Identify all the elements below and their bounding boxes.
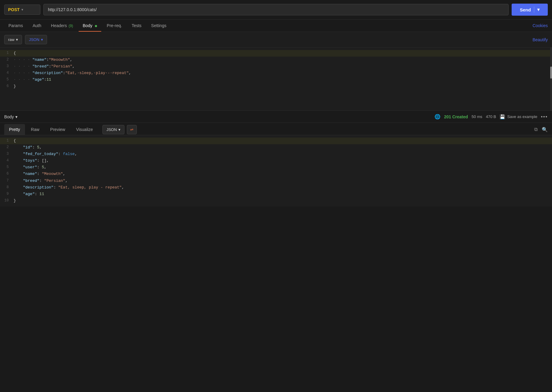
request-body-editor[interactable]: 1 { 2 · · · · "name":"Meoowth", 3 · · · …	[0, 48, 552, 111]
response-body-label[interactable]: Body ▾	[4, 114, 17, 119]
line-content-4: · · · · "description":"Eat,·sleep,·play·…	[14, 70, 552, 76]
resp-content-9: "age": 11	[14, 191, 552, 198]
line-content-1: {	[14, 50, 552, 57]
more-options-button[interactable]: •••	[541, 114, 548, 120]
method-chevron-icon: ▾	[21, 8, 23, 12]
save-example-button[interactable]: 💾 Save as example	[500, 114, 537, 120]
resp-num-3: 3	[0, 151, 14, 157]
line-num-6: 6	[0, 83, 14, 89]
request-line-2: 2 · · · · "name":"Meoowth",	[0, 57, 552, 63]
resp-line-9: 9 "age": 11	[0, 191, 552, 198]
line-num-4: 4	[0, 70, 14, 76]
resp-tab-visualize[interactable]: Visualize	[71, 124, 98, 135]
line-content-3: · · · · "breed":"Persian",	[14, 63, 552, 70]
resp-line-4: 4 "toys": [],	[0, 157, 552, 164]
search-button[interactable]: 🔍	[542, 127, 548, 132]
method-label: POST	[8, 7, 20, 12]
resp-tab-raw[interactable]: Raw	[26, 124, 44, 135]
send-divider	[534, 7, 534, 13]
json-type-dropdown[interactable]: JSON ▾	[25, 35, 47, 44]
response-body: 1 { 2 "id": 5, 3 "fed_for_today": false,…	[0, 135, 552, 207]
request-line-1: 1 {	[0, 50, 552, 57]
resp-content-2: "id": 5,	[14, 144, 552, 151]
request-line-4: 4 · · · · "description":"Eat,·sleep,·pla…	[0, 70, 552, 76]
url-input[interactable]	[43, 4, 509, 15]
body-dropdown-chevron: ▾	[15, 114, 17, 119]
resp-num-7: 7	[0, 178, 14, 184]
resp-line-5: 5 "user": 5,	[0, 164, 552, 171]
line-num-2: 2	[0, 57, 14, 63]
resp-line-8: 8 "description": "Eat, sleep, play - rep…	[0, 184, 552, 191]
cookies-button[interactable]: Cookies	[532, 23, 548, 28]
line-num-5: 5	[0, 76, 14, 82]
tab-headers[interactable]: Headers (9)	[47, 20, 77, 32]
request-line-6: 6 }	[0, 83, 552, 90]
response-bar: Body ▾ 🌐 201 Created 50 ms 470 B 💾 Save …	[0, 111, 552, 123]
send-button[interactable]: Send ▾	[512, 4, 548, 16]
resp-content-7: "breed": "Persian",	[14, 178, 552, 184]
resp-content-3: "fed_for_today": false,	[14, 151, 552, 157]
resp-num-6: 6	[0, 171, 14, 177]
status-badge: 201 Created	[444, 114, 468, 119]
copy-button[interactable]: ⧉	[534, 127, 538, 132]
line-content-6: }	[14, 83, 552, 90]
request-line-5: 5 · · · · "age":11	[0, 76, 552, 83]
resp-line-6: 6 "name": "Meoowth",	[0, 171, 552, 177]
resp-line-1: 1 {	[0, 138, 552, 144]
response-format-label: JSON	[106, 127, 117, 132]
resp-num-2: 2	[0, 144, 14, 150]
send-chevron-icon: ▾	[537, 7, 540, 12]
resp-tab-preview[interactable]: Preview	[45, 124, 70, 135]
headers-badge: (9)	[69, 24, 73, 28]
line-content-5: · · · · "age":11	[14, 76, 552, 83]
tab-settings[interactable]: Settings	[147, 20, 171, 32]
line-content-2: · · · · "name":"Meoowth",	[14, 57, 552, 63]
request-tabs: Params Auth Headers (9) Body Pre-req. Te…	[0, 20, 552, 32]
globe-icon: 🌐	[434, 114, 441, 120]
resp-content-1: {	[14, 138, 552, 144]
resp-line-7: 7 "breed": "Persian",	[0, 178, 552, 184]
line-num-1: 1	[0, 50, 14, 56]
tab-params[interactable]: Params	[4, 20, 27, 32]
editor-scrollbar[interactable]	[550, 48, 552, 110]
format-chevron-icon: ▾	[118, 127, 121, 132]
resp-content-8: "description": "Eat, sleep, play - repea…	[14, 184, 552, 191]
resp-line-2: 2 "id": 5,	[0, 144, 552, 151]
resp-line-10: 10 }	[0, 198, 552, 204]
resp-line-3: 3 "fed_for_today": false,	[0, 151, 552, 157]
request-line-3: 3 · · · · "breed":"Persian",	[0, 63, 552, 70]
json-chevron-icon: ▾	[41, 37, 43, 42]
json-label: JSON	[29, 37, 39, 42]
response-format-dropdown[interactable]: JSON ▾	[102, 125, 124, 134]
resp-content-4: "toys": [],	[14, 157, 552, 164]
line-num-3: 3	[0, 63, 14, 69]
raw-label: raw	[8, 37, 14, 42]
body-controls: raw ▾ JSON ▾ Beautify	[0, 32, 552, 48]
tab-prereq[interactable]: Pre-req.	[102, 20, 126, 32]
top-bar: POST ▾ Send ▾	[0, 0, 552, 20]
beautify-button[interactable]: Beautify	[532, 37, 548, 42]
resp-content-10: }	[14, 198, 552, 204]
resp-num-4: 4	[0, 157, 14, 163]
method-selector[interactable]: POST ▾	[4, 5, 40, 15]
raw-dropdown[interactable]: raw ▾	[4, 35, 22, 44]
response-size: 470 B	[486, 114, 496, 119]
resp-num-5: 5	[0, 164, 14, 170]
response-time: 50 ms	[472, 114, 482, 119]
save-icon: 💾	[500, 114, 505, 120]
send-label: Send	[520, 7, 531, 12]
body-active-dot	[95, 25, 97, 27]
resp-num-10: 10	[0, 198, 14, 204]
tab-body[interactable]: Body	[79, 20, 102, 32]
response-right-icons: ⧉ 🔍	[534, 127, 548, 132]
raw-chevron-icon: ▾	[16, 37, 18, 42]
response-tabs: Pretty Raw Preview Visualize JSON ▾ ⇌ ⧉ …	[0, 123, 552, 135]
tab-tests[interactable]: Tests	[127, 20, 146, 32]
word-wrap-button[interactable]: ⇌	[127, 125, 137, 134]
resp-tab-pretty[interactable]: Pretty	[4, 124, 25, 135]
resp-num-1: 1	[0, 138, 14, 144]
resp-num-8: 8	[0, 184, 14, 190]
resp-num-9: 9	[0, 191, 14, 197]
tab-auth[interactable]: Auth	[28, 20, 45, 32]
resp-content-6: "name": "Meoowth",	[14, 171, 552, 177]
